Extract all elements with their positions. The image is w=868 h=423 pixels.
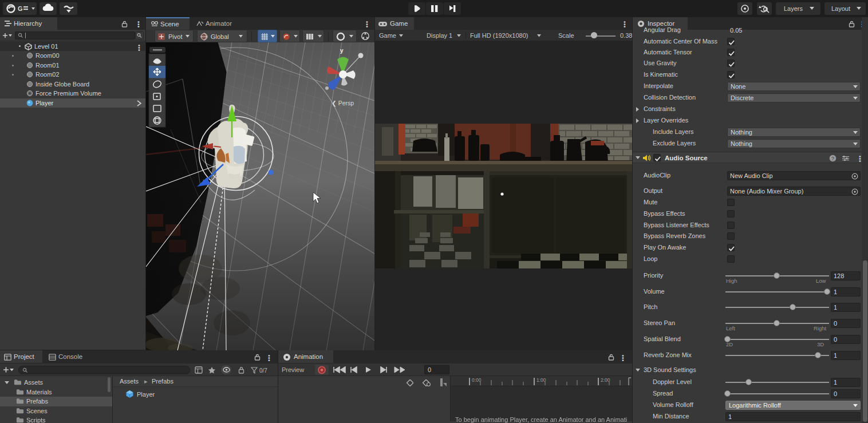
svg-text:1:00: 1:00 [536, 377, 546, 383]
svg-text:G: G [18, 5, 23, 12]
svg-text:❮ Persp: ❮ Persp [332, 100, 354, 107]
svg-text:2:00: 2:00 [601, 377, 610, 383]
svg-text:?: ? [831, 156, 834, 161]
svg-text:0:00: 0:00 [472, 377, 482, 383]
svg-text:y: y [340, 48, 344, 54]
svg-text:0/7: 0/7 [259, 367, 267, 374]
